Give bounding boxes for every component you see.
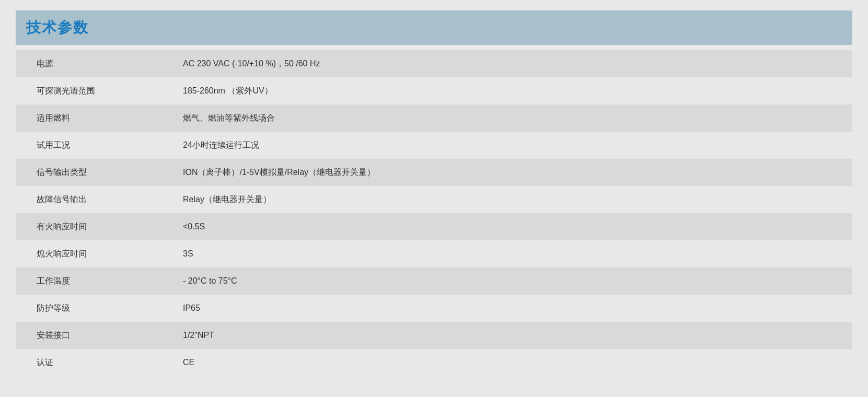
table-row: 有火响应时间<0.5S [16,213,852,240]
table-row: 安装接口1/2"NPT [16,322,852,349]
cell-value: - 20°C to 75°C [172,267,852,295]
cell-value: AC 230 VAC (-10/+10 %)，50 /60 Hz [172,50,852,77]
cell-value: 185-260nm （紫外UV） [172,77,852,104]
table-row: 工作温度- 20°C to 75°C [16,267,852,295]
cell-label: 安装接口 [16,322,172,349]
cell-value: ION（离子棒）/1-5V模拟量/Relay（继电器开关量） [172,159,852,186]
section-title: 技术参数 [26,19,89,36]
table-row: 信号输出类型ION（离子棒）/1-5V模拟量/Relay（继电器开关量） [16,159,852,186]
cell-value: 24小时连续运行工况 [172,132,852,159]
cell-value: 1/2"NPT [172,322,852,349]
page-container: 技术参数 电源AC 230 VAC (-10/+10 %)，50 /60 Hz可… [0,0,868,387]
cell-label: 故障信号输出 [16,186,172,213]
table-row: 适用燃料燃气、燃油等紫外线场合 [16,104,852,132]
cell-value: Relay（继电器开关量） [172,186,852,213]
section-header: 技术参数 [16,10,852,45]
cell-value: CE [172,349,852,376]
cell-value: <0.5S [172,213,852,240]
table-row: 可探测光谱范围185-260nm （紫外UV） [16,77,852,104]
table-row: 防护等级IP65 [16,295,852,322]
cell-value: IP65 [172,295,852,322]
table-row: 认证CE [16,349,852,376]
table-row: 熄火响应时间3S [16,240,852,267]
table-row: 故障信号输出Relay（继电器开关量） [16,186,852,213]
cell-label: 可探测光谱范围 [16,77,172,104]
cell-label: 信号输出类型 [16,159,172,186]
cell-value: 燃气、燃油等紫外线场合 [172,104,852,132]
cell-label: 有火响应时间 [16,213,172,240]
cell-value: 3S [172,240,852,267]
cell-label: 试用工况 [16,132,172,159]
cell-label: 适用燃料 [16,104,172,132]
table-row: 试用工况24小时连续运行工况 [16,132,852,159]
cell-label: 认证 [16,349,172,376]
table-row: 电源AC 230 VAC (-10/+10 %)，50 /60 Hz [16,50,852,77]
cell-label: 熄火响应时间 [16,240,172,267]
cell-label: 电源 [16,50,172,77]
spec-table: 电源AC 230 VAC (-10/+10 %)，50 /60 Hz可探测光谱范… [16,50,852,376]
cell-label: 工作温度 [16,267,172,295]
cell-label: 防护等级 [16,295,172,322]
